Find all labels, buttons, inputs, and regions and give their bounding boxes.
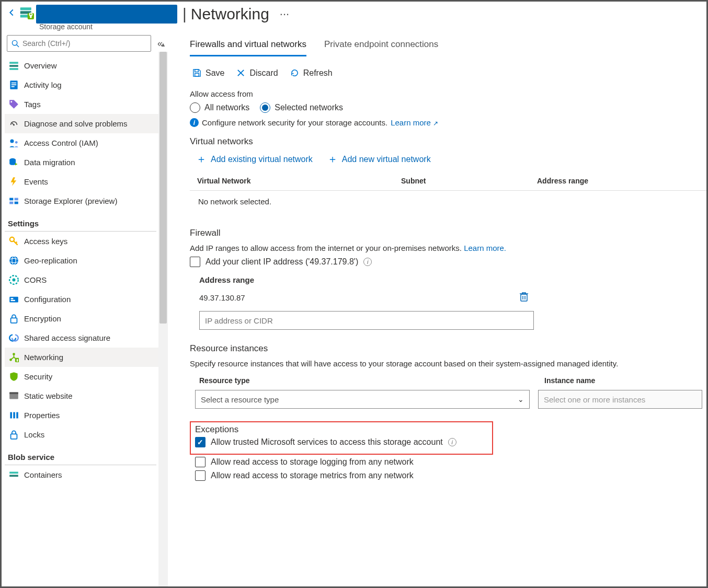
svg-rect-14 xyxy=(12,86,15,87)
svg-rect-8 xyxy=(9,62,18,64)
tab-private-endpoint[interactable]: Private endpoint connections xyxy=(324,36,438,56)
globe-icon xyxy=(9,256,19,266)
svg-rect-44 xyxy=(13,412,15,419)
nav-label: Properties xyxy=(24,411,60,420)
configuration-icon xyxy=(9,294,19,304)
sidebar-group-settings: Settings xyxy=(5,211,156,232)
nav-label: Static website xyxy=(24,391,73,400)
sidebar-item-sas[interactable]: Shared access signature xyxy=(5,328,158,348)
delete-ip-button[interactable] xyxy=(519,292,529,304)
allow-logging-checkbox[interactable] xyxy=(195,457,205,467)
address-range-row: 49.37.130.87 xyxy=(190,289,706,306)
refresh-button[interactable]: Refresh xyxy=(290,68,333,78)
resource-type-select[interactable]: Select a resource type⌄ xyxy=(195,390,530,409)
resource-name-bar xyxy=(36,5,177,24)
sidebar-item-static-website[interactable]: Static website xyxy=(5,386,158,406)
sidebar-item-properties[interactable]: Properties xyxy=(5,406,158,425)
sidebar-item-networking[interactable]: Networking xyxy=(5,348,158,367)
sidebar-item-events[interactable]: Events xyxy=(5,172,158,191)
svg-rect-13 xyxy=(12,84,17,85)
scroll-thumb[interactable] xyxy=(159,52,167,324)
allow-metrics-label: Allow read access to storage metrics fro… xyxy=(211,471,414,480)
more-icon[interactable]: ··· xyxy=(280,7,289,21)
radio-selected-networks[interactable]: Selected networks xyxy=(260,102,343,113)
svg-point-28 xyxy=(9,256,18,265)
save-button[interactable]: Save xyxy=(192,68,224,78)
tab-firewalls[interactable]: Firewalls and virtual networks xyxy=(190,36,306,56)
iam-icon xyxy=(9,138,19,148)
allow-trusted-services-label: Allow trusted Microsoft services to acce… xyxy=(211,437,443,447)
diagnose-icon xyxy=(9,119,19,129)
col-subnet: Subnet xyxy=(401,177,537,185)
instance-name-select[interactable]: Select one or more instances xyxy=(538,390,702,409)
sidebar-item-activity-log[interactable]: Activity log xyxy=(5,75,158,95)
back-icon[interactable] xyxy=(6,5,19,21)
svg-rect-21 xyxy=(9,198,13,201)
sidebar-item-diagnose[interactable]: Diagnose and solve problems xyxy=(5,114,158,133)
nav-label: Security xyxy=(24,372,52,381)
add-existing-vnet-button[interactable]: ＋Add existing virtual network xyxy=(196,152,313,166)
sidebar-item-tags[interactable]: Tags xyxy=(5,95,158,114)
nav-label: Activity log xyxy=(24,80,62,89)
search-icon xyxy=(12,40,19,48)
networking-icon xyxy=(9,352,19,362)
add-client-ip-checkbox[interactable] xyxy=(190,257,200,267)
firewall-learn-more-link[interactable]: Learn more. xyxy=(464,244,506,252)
col-address-range: Address range xyxy=(537,177,706,185)
ip-address-input[interactable] xyxy=(199,311,534,330)
discard-button[interactable]: Discard xyxy=(236,68,278,78)
svg-line-27 xyxy=(16,242,17,243)
storage-explorer-icon xyxy=(9,196,19,206)
allow-trusted-services-checkbox[interactable] xyxy=(195,437,205,447)
svg-rect-40 xyxy=(17,359,18,362)
svg-rect-22 xyxy=(15,198,18,201)
resource-instances-header: Resource type Instance name xyxy=(190,374,706,390)
svg-rect-9 xyxy=(9,65,18,67)
svg-rect-35 xyxy=(11,318,17,323)
info-icon[interactable]: i xyxy=(363,258,372,266)
svg-rect-23 xyxy=(9,202,13,204)
svg-rect-46 xyxy=(11,434,17,439)
col-instance-name: Instance name xyxy=(544,376,706,385)
svg-rect-34 xyxy=(11,300,15,301)
nav-label: Diagnose and solve problems xyxy=(24,119,128,128)
svg-rect-32 xyxy=(9,297,18,303)
nav-label: Overview xyxy=(24,61,57,70)
col-resource-type: Resource type xyxy=(199,376,544,385)
search-input[interactable] xyxy=(7,35,151,52)
info-icon[interactable]: i xyxy=(448,438,456,446)
sidebar-item-data-migration[interactable]: Data migration xyxy=(5,153,158,172)
scroll-up-icon[interactable]: ▲ xyxy=(158,41,168,48)
sidebar-item-cors[interactable]: CORS xyxy=(5,270,158,290)
sidebar-item-encryption[interactable]: Encryption xyxy=(5,309,158,328)
properties-icon xyxy=(9,410,19,420)
sidebar-item-configuration[interactable]: Configuration xyxy=(5,290,158,309)
sidebar-item-security[interactable]: Security xyxy=(5,367,158,386)
allow-metrics-checkbox[interactable] xyxy=(195,470,205,481)
nav-label: Access keys xyxy=(24,237,67,246)
nav-label: Encryption xyxy=(24,314,61,323)
allow-logging-label: Allow read access to storage logging fro… xyxy=(211,457,414,467)
close-icon xyxy=(236,68,246,78)
sidebar-scrollbar[interactable]: ▲ xyxy=(158,52,168,586)
learn-more-link[interactable]: Learn more ↗ xyxy=(391,118,438,127)
allow-access-label: Allow access from xyxy=(190,89,706,98)
svg-rect-12 xyxy=(12,83,17,84)
sidebar-item-access-keys[interactable]: Access keys xyxy=(5,232,158,251)
sidebar-item-locks[interactable]: Locks xyxy=(5,425,158,444)
radio-all-networks[interactable]: All networks xyxy=(190,102,249,113)
lock-icon xyxy=(9,314,19,324)
add-new-vnet-button[interactable]: ＋Add new virtual network xyxy=(327,152,431,166)
sidebar-item-containers[interactable]: Containers xyxy=(5,465,158,485)
sidebar-item-storage-explorer[interactable]: Storage Explorer (preview) xyxy=(5,191,158,211)
sidebar-item-iam[interactable]: Access Control (IAM) xyxy=(5,133,158,153)
svg-rect-33 xyxy=(11,298,14,299)
plus-icon: ＋ xyxy=(196,152,207,166)
address-range-header: Address range xyxy=(190,270,706,289)
sidebar-item-geo-replication[interactable]: Geo-replication xyxy=(5,251,158,270)
nav-label: Tags xyxy=(24,100,41,109)
svg-point-19 xyxy=(15,141,18,144)
svg-rect-49 xyxy=(195,70,199,72)
sidebar-item-overview[interactable]: Overview xyxy=(5,56,158,75)
resource-instances-heading: Resource instances xyxy=(190,343,706,354)
